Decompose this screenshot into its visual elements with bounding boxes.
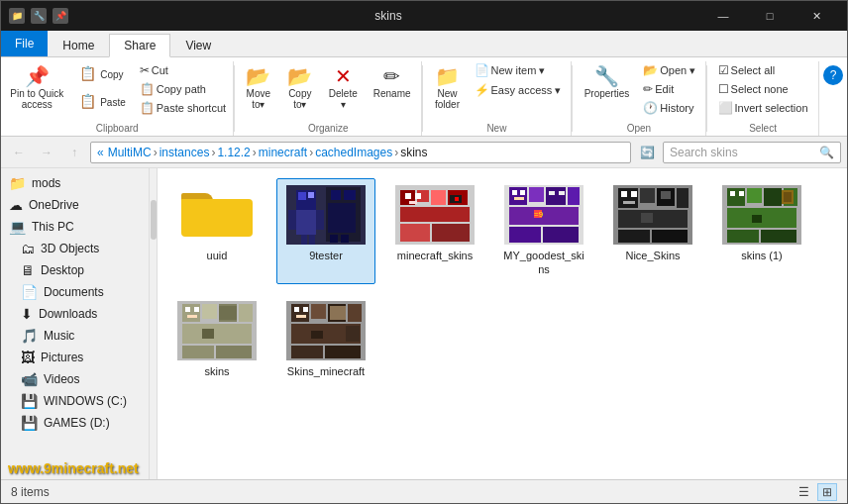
- file-item-9tester[interactable]: 9tester: [276, 178, 375, 284]
- sidebar-scrollbar[interactable]: [150, 168, 158, 479]
- svg-rect-57: [727, 188, 745, 206]
- new-buttons: 📁 Newfolder 📄 New item ▾ ⚡ Easy access ▾: [428, 61, 567, 123]
- sidebar-item-desktop[interactable]: 🖥 Desktop: [1, 259, 149, 281]
- rename-icon: ✏: [383, 66, 400, 86]
- paste-shortcut-button[interactable]: 📋 Paste shortcut: [135, 99, 231, 117]
- path-item-minecraft[interactable]: minecraft: [259, 146, 307, 159]
- select-none-icon: ☐: [718, 82, 729, 96]
- cut-button[interactable]: ✂ Cut: [135, 61, 231, 79]
- list-view-button[interactable]: ☰: [794, 483, 813, 501]
- tab-view[interactable]: View: [170, 33, 226, 56]
- svg-rect-77: [185, 307, 190, 312]
- sidebar-item-windows-c[interactable]: 💾 WINDOWS (C:): [1, 390, 149, 412]
- sidebar-item-3d-objects[interactable]: 🗂 3D Objects: [1, 238, 149, 259]
- easy-access-button[interactable]: ⚡ Easy access ▾: [470, 81, 567, 99]
- svg-rect-50: [652, 230, 688, 243]
- sidebar-item-pictures[interactable]: 🖼 Pictures: [1, 347, 149, 368]
- new-item-button[interactable]: 📄 New item ▾: [470, 61, 567, 79]
- file-area: uuid: [158, 168, 847, 479]
- select-all-icon: ☑: [718, 63, 729, 77]
- svg-rect-49: [618, 230, 650, 243]
- easy-access-icon: ⚡: [475, 83, 489, 97]
- path-item-cached[interactable]: cachedImages: [315, 146, 392, 159]
- copy-path-button[interactable]: 📋 Copy path: [135, 80, 231, 98]
- svg-rect-59: [764, 188, 782, 206]
- svg-rect-51: [621, 191, 627, 197]
- open-button[interactable]: 📂 Open ▾: [638, 61, 700, 79]
- grid-view-button[interactable]: ⊞: [817, 483, 837, 501]
- sidebar-item-downloads[interactable]: ⬇ Downloads: [1, 303, 149, 325]
- file-item-minecraft-skins[interactable]: minecraft_skins: [385, 178, 484, 284]
- select-none-button[interactable]: ☐ Select none: [713, 80, 813, 98]
- file-item-uuid[interactable]: uuid: [167, 178, 266, 284]
- sidebar-item-games-d[interactable]: 💾 GAMES (D:): [1, 412, 149, 434]
- tab-home[interactable]: Home: [48, 33, 109, 56]
- svg-rect-73: [239, 304, 253, 322]
- svg-rect-3: [308, 192, 314, 198]
- sidebar-item-videos[interactable]: 📹 Videos: [1, 368, 149, 390]
- svg-rect-5: [316, 210, 324, 230]
- sidebar-item-mods[interactable]: 📁 mods: [1, 172, 149, 194]
- sidebar-scrollbar-thumb[interactable]: [151, 200, 157, 240]
- window-title: skins: [76, 9, 700, 23]
- rename-button[interactable]: ✏ Rename: [367, 61, 418, 104]
- move-to-button[interactable]: 📂 Moveto▾: [239, 61, 278, 115]
- paste-button[interactable]: 📋 Paste: [72, 89, 133, 115]
- path-item-1[interactable]: «: [97, 146, 104, 159]
- path-sep-2: ›: [154, 146, 158, 159]
- copy-to-button[interactable]: 📂 Copyto▾: [280, 61, 320, 115]
- properties-icon: 🔧: [594, 66, 619, 86]
- svg-rect-91: [303, 307, 308, 312]
- sidebar-item-onedrive[interactable]: ☁ OneDrive: [1, 194, 149, 216]
- edit-button[interactable]: ✏ Edit: [638, 80, 700, 98]
- ribbon-group-new: 📁 Newfolder 📄 New item ▾ ⚡ Easy access ▾: [423, 61, 572, 136]
- properties-button[interactable]: 🔧 Properties: [578, 61, 637, 104]
- file-item-skins-1[interactable]: skins (1): [712, 178, 811, 284]
- tab-file[interactable]: File: [1, 31, 48, 56]
- svg-rect-54: [661, 191, 671, 199]
- open-label: Open: [627, 123, 651, 136]
- help-button[interactable]: ?: [823, 65, 843, 85]
- file-name-skins-minecraft: Skins_minecraft: [287, 364, 365, 378]
- file-item-skins-minecraft[interactable]: Skins_minecraft: [276, 294, 375, 385]
- copy-button[interactable]: 📋 Copy: [72, 61, 133, 87]
- skin-svg-9tester: [286, 185, 366, 245]
- invert-selection-button[interactable]: ⬜ Invert selection: [713, 99, 813, 117]
- sidebar-item-this-pc[interactable]: 💻 This PC: [1, 216, 149, 238]
- file-thumb-9tester: [286, 185, 366, 245]
- history-button[interactable]: 🕐 History: [638, 99, 700, 117]
- path-item-multimc[interactable]: MultiMC: [108, 146, 152, 159]
- delete-button[interactable]: ✕ Delete▾: [322, 61, 365, 115]
- onedrive-icon: ☁: [9, 197, 23, 213]
- sidebar-label-desktop: Desktop: [41, 263, 84, 277]
- address-path[interactable]: « MultiMC › instances › 1.12.2 › minecra…: [90, 142, 631, 163]
- new-folder-button[interactable]: 📁 Newfolder: [428, 61, 468, 115]
- file-item-skins[interactable]: skins: [167, 294, 266, 385]
- file-item-my-goodest-skins[interactable]: =9 MY_goodest_skins: [494, 178, 593, 284]
- paste-shortcut-icon: 📋: [140, 101, 155, 115]
- maximize-button[interactable]: □: [747, 1, 793, 31]
- tab-share[interactable]: Share: [109, 34, 170, 57]
- svg-rect-90: [294, 307, 299, 312]
- refresh-button[interactable]: 🔄: [635, 142, 659, 163]
- file-thumb-skins-minecraft: [286, 301, 366, 360]
- close-button[interactable]: ✕: [794, 1, 839, 31]
- pin-to-quick-access-button[interactable]: 📌 Pin to Quickaccess: [3, 61, 70, 115]
- invert-icon: ⬜: [718, 101, 733, 115]
- up-button[interactable]: ↑: [62, 142, 86, 163]
- svg-rect-55: [641, 213, 653, 223]
- search-box[interactable]: Search skins 🔍: [663, 142, 841, 163]
- path-item-instances[interactable]: instances: [159, 146, 210, 159]
- minimize-button[interactable]: —: [700, 1, 746, 31]
- file-item-nice-skins[interactable]: Nice_Skins: [603, 178, 702, 284]
- select-all-button[interactable]: ☑ Select all: [713, 61, 813, 79]
- svg-rect-80: [219, 306, 237, 320]
- back-button[interactable]: ←: [7, 142, 31, 163]
- organize-label: Organize: [308, 123, 349, 136]
- help-area: ?: [819, 61, 847, 136]
- sidebar-item-music[interactable]: 🎵 Music: [1, 325, 149, 347]
- path-item-version[interactable]: 1.12.2: [217, 146, 250, 159]
- file-name-9tester: 9tester: [309, 249, 343, 262]
- forward-button[interactable]: →: [35, 142, 58, 163]
- sidebar-item-documents[interactable]: 📄 Documents: [1, 281, 149, 303]
